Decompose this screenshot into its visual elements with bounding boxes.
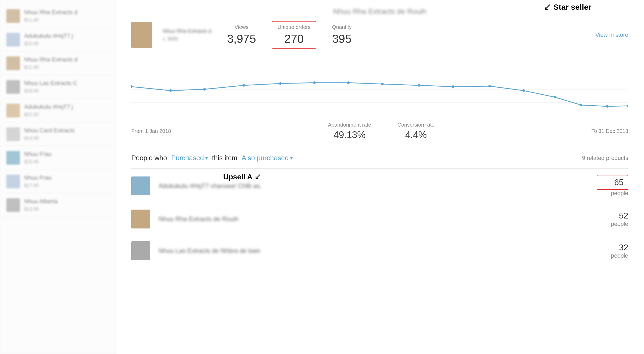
list-item-name-2: Nhuu Rha Extracts de Rouih xyxy=(159,215,597,223)
upsell-annotation: Upsell A ↙ xyxy=(223,171,262,181)
also-purchased-chevron-down-icon: ▾ xyxy=(290,155,293,161)
list-item-unit-2: people xyxy=(597,221,628,227)
sidebar-thumb-7 xyxy=(6,151,20,165)
sidebar-price-1: $11.40 xyxy=(24,17,109,23)
sidebar-price-9: $13.00 xyxy=(24,206,109,212)
sidebar-text-5: Adukukulu #HqT7 j $22.00 xyxy=(24,103,109,117)
view-in-store-link[interactable]: View in store xyxy=(595,32,628,38)
list-item-count-2: 52 xyxy=(597,211,628,221)
product-header: Nhuu Rha Extracts de Rouih ↙ Star seller… xyxy=(116,0,644,55)
sidebar: Nhuu Rha Extracts d $11.40 Adukukulu #Hq… xyxy=(0,0,116,354)
sidebar-item-3[interactable]: Nhuu Rha Extracts d $11.40 xyxy=(0,51,115,75)
sidebar-item-7[interactable]: Nhuu Frau $15.00 xyxy=(0,146,115,170)
sidebar-text-3: Nhuu Rha Extracts d $11.40 xyxy=(24,56,109,70)
sidebar-price-2: $22.00 xyxy=(24,41,109,46)
sidebar-price-5: $22.00 xyxy=(24,112,109,117)
list-item-thumb-3 xyxy=(131,241,150,260)
svg-point-8 xyxy=(313,81,316,84)
views-stat: Views 3,975 xyxy=(227,24,256,45)
svg-point-6 xyxy=(242,84,245,87)
conversion-rate-value: 4.4% xyxy=(397,129,434,140)
chart-area xyxy=(131,63,628,116)
svg-point-12 xyxy=(452,85,454,88)
quantity-value: 395 xyxy=(332,32,351,45)
svg-point-11 xyxy=(418,84,420,87)
views-value: 3,975 xyxy=(227,32,256,45)
sidebar-item-1[interactable]: Nhuu Rha Extracts d $11.40 xyxy=(0,4,115,28)
sidebar-text-2: Adukukulu #HqT7 j $22.00 xyxy=(24,33,109,46)
this-item-label: this item xyxy=(212,154,237,162)
sidebar-item-8[interactable]: Nhuu Frau $17.00 xyxy=(0,170,115,193)
chart-rates: Abandonment rate 49.13% Conversion rate … xyxy=(328,122,435,140)
sidebar-title-5: Adukukulu #HqT7 j xyxy=(24,103,109,110)
to-date-label: To 31 Dec 2018 xyxy=(591,128,628,134)
quantity-label: Quantity xyxy=(332,24,351,30)
conversion-rate-label: Conversion rate xyxy=(397,122,434,128)
sidebar-item-9[interactable]: Nhuu Alberta $13.00 xyxy=(0,193,115,217)
sidebar-thumb-2 xyxy=(6,33,20,46)
upsell-arrow-icon: ↙ xyxy=(255,171,262,181)
star-seller-annotation: ↙ Star seller xyxy=(543,3,591,12)
list-item-name-3: Nhuu Las Extracts de Nhbra de bain xyxy=(159,247,597,254)
also-purchased-section: People who Purchased ▾ this item Also pu… xyxy=(116,146,644,267)
sidebar-item-5[interactable]: Adukukulu #HqT7 j $22.00 xyxy=(0,99,115,122)
section-filter-row: People who Purchased ▾ this item Also pu… xyxy=(131,154,628,162)
list-item-2[interactable]: Nhuu Rha Extracts de Rouih 52 people xyxy=(131,203,628,235)
quantity-stat: Quantity 395 xyxy=(332,24,351,45)
svg-point-7 xyxy=(279,82,282,85)
sidebar-thumb-1 xyxy=(6,9,20,23)
product-price-blurred: c. $000 xyxy=(163,36,211,42)
list-item-1[interactable]: Adukukulu #HqT7 charuwa! ChBi as. Upsell… xyxy=(131,168,628,203)
svg-point-10 xyxy=(381,83,384,85)
product-name-blurred: Nhuu Rha Extracts d xyxy=(163,28,211,34)
list-item-3[interactable]: Nhuu Las Extracts de Nhbra de bain 32 pe… xyxy=(131,235,628,267)
star-seller-arrow-icon: ↙ xyxy=(543,1,551,12)
list-item-thumb-2 xyxy=(131,210,150,228)
sidebar-thumb-3 xyxy=(6,56,20,70)
svg-point-9 xyxy=(347,81,350,84)
sidebar-title-6: Nhuu Card Extracts xyxy=(24,127,109,134)
sidebar-text-7: Nhuu Frau $15.00 xyxy=(24,151,109,165)
sidebar-text-6: Nhuu Card Extracts $14.00 xyxy=(24,127,109,141)
svg-point-14 xyxy=(522,89,525,92)
sidebar-text-8: Nhuu Frau $17.00 xyxy=(24,174,109,188)
sidebar-item-4[interactable]: Nhuu Las Extracts C $18.00 xyxy=(0,75,115,99)
chart-svg xyxy=(131,63,628,116)
unique-orders-value: 270 xyxy=(278,32,311,45)
also-purchased-label: Also purchased xyxy=(242,154,289,162)
sidebar-title-9: Nhuu Alberta xyxy=(24,198,109,205)
sidebar-title-7: Nhuu Frau xyxy=(24,151,109,158)
sidebar-item-2[interactable]: Adukukulu #HqT7 j $22.00 xyxy=(0,28,115,51)
sidebar-price-7: $15.00 xyxy=(24,159,109,165)
sidebar-text-1: Nhuu Rha Extracts d $11.40 xyxy=(24,9,109,23)
abandonment-rate-block: Abandonment rate 49.13% xyxy=(328,122,371,140)
list-item-count-1: 65 xyxy=(597,175,628,190)
related-count: 9 related products xyxy=(582,155,628,162)
svg-point-18 xyxy=(627,105,628,107)
list-item-name-1: Adukukulu #HqT7 charuwa! ChBi as. xyxy=(159,182,597,190)
list-item-unit-3: people xyxy=(597,252,628,259)
sidebar-title-3: Nhuu Rha Extracts d xyxy=(24,56,109,63)
views-label: Views xyxy=(227,24,256,30)
unique-orders-label: Unique orders xyxy=(278,24,311,30)
svg-point-16 xyxy=(580,104,583,106)
sidebar-price-8: $17.00 xyxy=(24,183,109,188)
purchased-label: Purchased xyxy=(171,154,204,162)
sidebar-title-8: Nhuu Frau xyxy=(24,174,109,181)
svg-point-4 xyxy=(169,89,172,92)
list-item-count-3: 32 xyxy=(597,243,628,252)
sidebar-text-4: Nhuu Las Extracts C $18.00 xyxy=(24,80,109,94)
abandonment-rate-label: Abandonment rate xyxy=(328,122,371,128)
product-name-price: Nhuu Rha Extracts d c. $000 xyxy=(163,28,211,42)
svg-point-5 xyxy=(203,88,206,91)
also-purchased-dropdown[interactable]: Also purchased ▾ xyxy=(242,154,293,162)
svg-point-15 xyxy=(554,96,556,98)
list-item-count-wrapper-2: 52 people xyxy=(597,211,628,227)
sidebar-title-4: Nhuu Las Extracts C xyxy=(24,80,109,87)
sidebar-item-6[interactable]: Nhuu Card Extracts $14.00 xyxy=(0,122,115,146)
sidebar-price-4: $18.00 xyxy=(24,88,109,94)
chart-section: From 1 Jan 2018 Abandonment rate 49.13% … xyxy=(116,55,644,146)
sidebar-thumb-6 xyxy=(6,127,20,141)
list-item-count-wrapper-3: 32 people xyxy=(597,243,628,259)
purchased-dropdown[interactable]: Purchased ▾ xyxy=(171,154,208,162)
